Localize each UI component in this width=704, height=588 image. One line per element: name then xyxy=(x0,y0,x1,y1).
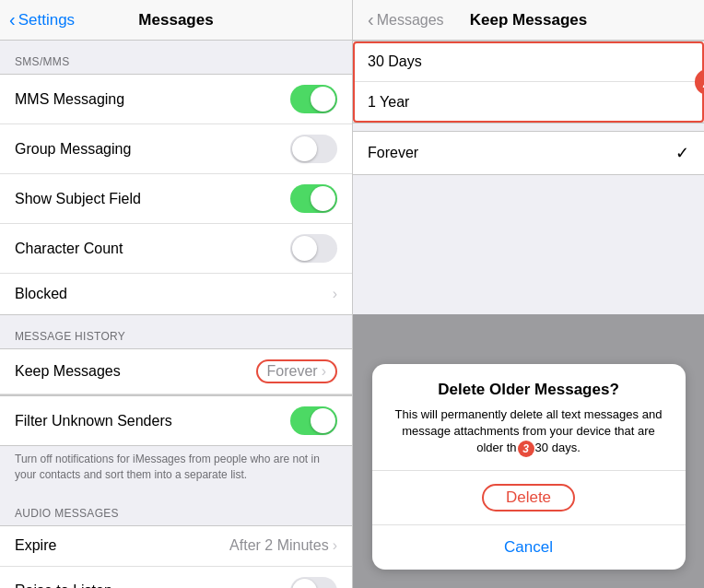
show-subject-toggle[interactable] xyxy=(290,184,337,213)
blocked-label: Blocked xyxy=(15,286,67,302)
step-3-inline: 3 xyxy=(518,441,534,457)
keep-messages-current-value: Forever xyxy=(267,363,318,380)
history-section-label: MESSAGE HISTORY xyxy=(0,315,352,348)
raise-toggle-thumb xyxy=(292,579,317,588)
right-panel: ‹ Messages Keep Messages 30 Days 1 Year … xyxy=(352,0,704,588)
dialog-overlay: Delete Older Messages? This will permane… xyxy=(353,314,704,588)
filter-unknown-toggle[interactable] xyxy=(290,406,337,435)
dialog-box: Delete Older Messages? This will permane… xyxy=(372,364,686,570)
right-content: 30 Days 1 Year 2 Forever ✓ Delete Older … xyxy=(353,41,704,588)
filter-toggle-thumb xyxy=(311,408,335,433)
right-back-arrow-icon: ‹ xyxy=(368,9,374,30)
keep-messages-row[interactable]: Keep Messages Forever › xyxy=(0,349,352,394)
forever-checkmark-icon: ✓ xyxy=(675,143,689,163)
group-messaging-toggle[interactable] xyxy=(290,135,337,163)
char-toggle-thumb xyxy=(292,236,317,261)
keep-messages-value: Forever › xyxy=(256,359,337,383)
30-days-row[interactable]: 30 Days xyxy=(353,41,704,82)
1-year-row[interactable]: 1 Year xyxy=(353,82,704,123)
audio-section-label: AUDIO MESSAGES xyxy=(0,492,352,525)
expire-value-wrapper: After 2 Minutes › xyxy=(229,537,337,554)
raise-to-listen-row: Raise to Listen xyxy=(0,567,352,588)
group-messaging-label: Group Messaging xyxy=(15,141,131,158)
filter-settings-group: Filter Unknown Senders xyxy=(0,395,352,446)
right-nav-title: Keep Messages xyxy=(470,11,588,29)
character-count-row: Character Count xyxy=(0,224,352,274)
blocked-chevron: › xyxy=(333,286,337,302)
expire-label: Expire xyxy=(15,537,56,554)
keep-options-wrapper: 30 Days 1 Year 2 xyxy=(353,41,704,123)
raise-to-listen-toggle[interactable] xyxy=(290,577,337,588)
subject-toggle-thumb xyxy=(311,186,335,211)
sms-section-label: SMS/MMS xyxy=(0,41,352,74)
expire-value: After 2 Minutes xyxy=(229,537,329,554)
blocked-chevron-icon: › xyxy=(333,286,337,302)
dialog-cancel-button[interactable]: Cancel xyxy=(372,525,686,570)
dialog-delete-label: Delete xyxy=(482,484,575,512)
left-nav-back-button[interactable]: ‹ Settings xyxy=(9,11,75,29)
forever-row-wrapper: Forever ✓ xyxy=(353,123,704,175)
dialog-delete-button[interactable]: Delete xyxy=(372,471,686,525)
filter-unknown-label: Filter Unknown Senders xyxy=(15,413,172,429)
1-year-label: 1 Year xyxy=(368,94,409,111)
mms-messaging-label: MMS Messaging xyxy=(15,91,124,108)
show-subject-label: Show Subject Field xyxy=(15,191,141,207)
filter-unknown-row: Filter Unknown Senders xyxy=(0,396,352,445)
expire-chevron-icon: › xyxy=(333,537,337,554)
30-days-label: 30 Days xyxy=(368,53,422,70)
group-toggle-thumb xyxy=(292,136,317,161)
forever-row[interactable]: Forever ✓ xyxy=(353,131,704,175)
group-messaging-row: Group Messaging xyxy=(0,124,352,174)
character-count-label: Character Count xyxy=(15,241,123,257)
left-nav-back-label: Settings xyxy=(18,11,75,29)
show-subject-row: Show Subject Field xyxy=(0,174,352,224)
sms-settings-group: MMS Messaging Group Messaging Show Subje… xyxy=(0,74,352,315)
left-back-arrow-icon: ‹ xyxy=(9,10,16,29)
mms-messaging-toggle[interactable] xyxy=(290,85,337,113)
forever-label: Forever xyxy=(368,145,418,161)
character-count-toggle[interactable] xyxy=(290,234,337,263)
keep-chevron-icon: › xyxy=(322,363,326,380)
right-nav-bar: ‹ Messages Keep Messages xyxy=(353,0,704,41)
right-nav-back-label: Messages xyxy=(377,12,444,29)
blocked-row[interactable]: Blocked › xyxy=(0,274,352,314)
mms-messaging-row: MMS Messaging xyxy=(0,75,352,124)
dialog-content: Delete Older Messages? This will permane… xyxy=(372,364,686,471)
filter-info-text: Turn off notifications for iMessages fro… xyxy=(0,446,352,492)
dialog-cancel-label: Cancel xyxy=(504,538,553,557)
right-nav-back-button[interactable]: ‹ Messages xyxy=(368,9,444,30)
audio-settings-group: Expire After 2 Minutes › Raise to Listen xyxy=(0,525,352,588)
dialog-message: This will permanently delete all text me… xyxy=(391,406,667,457)
keep-options-group: 30 Days 1 Year xyxy=(353,41,704,123)
left-panel: ‹ Settings Messages SMS/MMS MMS Messagin… xyxy=(0,0,352,588)
left-nav-title: Messages xyxy=(138,11,213,29)
left-nav-bar: ‹ Settings Messages xyxy=(0,0,352,41)
sms-section-header: SMS/MMS xyxy=(0,41,352,74)
keep-messages-label: Keep Messages xyxy=(15,363,121,380)
expire-row[interactable]: Expire After 2 Minutes › xyxy=(0,526,352,567)
history-settings-group: Keep Messages Forever › 1 xyxy=(0,348,352,395)
raise-to-listen-label: Raise to Listen xyxy=(15,582,112,588)
mms-toggle-thumb xyxy=(311,87,335,112)
dialog-title: Delete Older Messages? xyxy=(391,381,667,399)
